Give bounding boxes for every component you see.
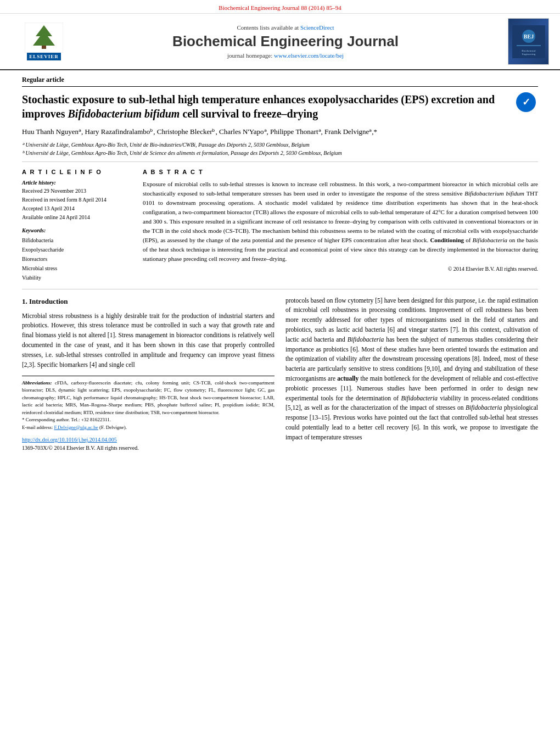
article-dates: Received 29 November 2013 Received in re… [22,187,132,222]
email-person: (F. Delvigne). [99,425,127,430]
publisher-logo: ELSEVIER [11,23,77,60]
abbreviations-block: Abbreviations: cFDA, carboxy-fluorescein… [22,380,275,417]
homepage-url[interactable]: www.elsevier.com/locate/bej [274,52,344,59]
journal-header: ELSEVIER Contents lists available at Sci… [0,14,560,70]
abstract-section: A B S T R A C T Exposure of microbial ce… [143,169,538,282]
section-name: Introduction [29,297,68,305]
introduction-title: 1. Introduction [22,296,275,307]
introduction-section: 1. Introduction Microbial stress robustn… [22,296,538,453]
abstract-bifidobacteria2: Bifidobacteria [473,237,508,243]
svg-text:Engineering: Engineering [522,53,535,55]
page: Biochemical Engineering Journal 88 (2014… [0,0,560,742]
journal-cover-icon: BEJ Biochemical Engineering [512,25,545,58]
homepage-label: journal homepage: [227,52,272,59]
crossmark-badge: ✓ [516,92,538,114]
keyword-5: Viability [22,273,132,282]
title-section: Stochastic exposure to sub-lethal high t… [22,92,538,121]
svg-rect-2 [42,46,46,49]
title-italic-part: Bifidobacterium bifidum [68,108,180,120]
article-title: Stochastic exposure to sub-lethal high t… [22,92,511,121]
accepted-date: Accepted 13 April 2014 [22,204,132,213]
svg-text:BEJ: BEJ [523,34,533,40]
title-text-part2: cell survival to freeze–drying [180,108,318,120]
keywords-label: Keywords: [22,227,132,233]
history-label: Article history: [22,180,132,186]
received-revised-date: Received in revised form 8 April 2014 [22,196,132,204]
keyword-2: Exopolysaccharide [22,245,132,254]
abstract-text: Exposure of microbial cells to sub-letha… [143,180,538,264]
section-divider [22,289,538,289]
info-abstract-section: A R T I C L E I N F O Article history: R… [22,169,538,282]
article-content: Regular article Stochastic exposure to s… [0,70,560,463]
email-label: E-mail address: [22,425,53,430]
journal-name-section: Contents lists available at ScienceDirec… [77,24,494,59]
section-number: 1. [22,297,27,305]
homepage-line: journal homepage: www.elsevier.com/locat… [77,52,494,59]
corresponding-label: * Corresponding author. Tel.: +32 816223… [22,417,111,422]
keyword-4: Microbial stress [22,264,132,273]
abbrev-label: Abbreviations: [22,380,52,386]
abbrev-text: cFDA, carboxy-fluorescein diacetate; cfu… [22,380,275,415]
svg-text:Biochemical: Biochemical [522,49,536,52]
doi-link: http://dx.doi.org/10.1016/j.bej.2014.04.… [22,436,275,444]
available-date: Available online 24 April 2014 [22,213,132,222]
abstract-conditioning: Conditioning [430,237,464,243]
affiliation-a: ᵃ Université de Liège, Gembloux Agro-Bio… [22,141,538,149]
keyword-3: Bioreactors [22,254,132,264]
email-line: E-mail address: F.Delvigne@ulg.ac.be (F.… [22,424,275,432]
article-info-title: A R T I C L E I N F O [22,169,132,175]
elsevier-tree-icon [25,23,63,53]
article-info-column: A R T I C L E I N F O Article history: R… [22,169,132,282]
sciencedirect-anchor[interactable]: ScienceDirect [300,24,334,31]
journal-title: Biochemical Engineering Journal [77,33,494,50]
journal-citation: Biochemical Engineering Journal 88 (2014… [219,4,341,11]
bifidobacteria-ref3: Bifidobacteria [466,404,502,411]
article-type: Regular article [22,76,538,87]
bifidobacteria-ref: Bifidobacteria [348,336,384,343]
copyright-notice: © 2014 Elsevier B.V. All rights reserved… [143,266,538,272]
contents-label: Contents lists available at [237,24,299,31]
sciencedirect-link: Contents lists available at ScienceDirec… [77,24,494,31]
keywords-list: Bifidobacteria Exopolysaccharide Bioreac… [22,236,132,282]
issn-line: 1369-703X/© 2014 Elsevier B.V. All right… [22,444,275,452]
received-date: Received 29 November 2013 [22,187,132,196]
authors-line: Huu Thanh Nguyenᵃ, Hary Razafindralamboᵇ… [22,126,538,137]
keyword-1: Bifidobacteria [22,236,132,245]
intro-col-left: 1. Introduction Microbial stress robustn… [22,296,275,453]
journal-top-bar: Biochemical Engineering Journal 88 (2014… [0,0,560,14]
journal-thumbnail: BEJ Biochemical Engineering [494,18,549,65]
affiliations: ᵃ Université de Liège, Gembloux Agro-Bio… [22,141,538,162]
abstract-title: A B S T R A C T [143,169,538,175]
bifidobacteria-ref2: Bifidobacteria [401,395,438,401]
doi-anchor[interactable]: http://dx.doi.org/10.1016/j.bej.2014.04.… [22,437,117,443]
intro-col-right: protocols based on flow cytometry [5] ha… [285,296,538,453]
corresponding-author-note: * Corresponding author. Tel.: +32 816223… [22,416,275,424]
affiliation-b: ᵇ Université de Liège, Gembloux Agro-Bio… [22,149,538,157]
intro-paragraph-2: protocols based on flow cytometry [5] ha… [285,296,538,443]
elsevier-label: ELSEVIER [27,53,61,60]
journal-cover-image: BEJ Biochemical Engineering [508,18,549,65]
abstract-bifidobacterium: Bifidobacterium bifidum [464,190,524,197]
elsevier-logo: ELSEVIER [11,23,77,60]
intro-paragraph-1: Microbial stress robustness is a highly … [22,311,275,370]
crossmark-icon: ✓ [516,92,536,112]
svg-rect-6 [517,45,541,46]
footnote-area: Abbreviations: cFDA, carboxy-fluorescein… [22,376,275,453]
email-link[interactable]: F.Delvigne@ulg.ac.be [54,425,98,430]
elsevier-text: ELSEVIER [29,54,59,59]
actually-text: actually [337,375,359,382]
